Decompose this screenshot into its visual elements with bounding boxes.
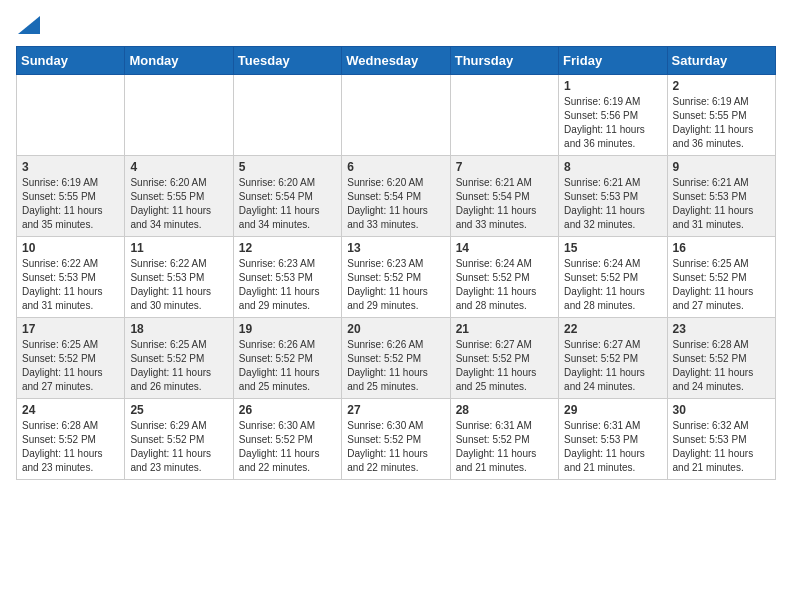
calendar-day-28: 28Sunrise: 6:31 AMSunset: 5:52 PMDayligh… (450, 399, 558, 480)
day-number: 20 (347, 322, 444, 336)
calendar-day-30: 30Sunrise: 6:32 AMSunset: 5:53 PMDayligh… (667, 399, 775, 480)
day-number: 27 (347, 403, 444, 417)
day-number: 21 (456, 322, 553, 336)
day-number: 2 (673, 79, 770, 93)
day-info: Sunrise: 6:27 AMSunset: 5:52 PMDaylight:… (564, 338, 661, 394)
header (16, 16, 776, 34)
calendar-day-9: 9Sunrise: 6:21 AMSunset: 5:53 PMDaylight… (667, 156, 775, 237)
day-info: Sunrise: 6:29 AMSunset: 5:52 PMDaylight:… (130, 419, 227, 475)
day-info: Sunrise: 6:26 AMSunset: 5:52 PMDaylight:… (239, 338, 336, 394)
day-number: 1 (564, 79, 661, 93)
calendar-day-26: 26Sunrise: 6:30 AMSunset: 5:52 PMDayligh… (233, 399, 341, 480)
day-info: Sunrise: 6:32 AMSunset: 5:53 PMDaylight:… (673, 419, 770, 475)
calendar-day-6: 6Sunrise: 6:20 AMSunset: 5:54 PMDaylight… (342, 156, 450, 237)
calendar-empty-cell (17, 75, 125, 156)
svg-marker-0 (18, 16, 40, 34)
day-info: Sunrise: 6:31 AMSunset: 5:52 PMDaylight:… (456, 419, 553, 475)
calendar-week-row: 3Sunrise: 6:19 AMSunset: 5:55 PMDaylight… (17, 156, 776, 237)
weekday-header-row: SundayMondayTuesdayWednesdayThursdayFrid… (17, 47, 776, 75)
day-number: 6 (347, 160, 444, 174)
day-number: 12 (239, 241, 336, 255)
calendar-day-11: 11Sunrise: 6:22 AMSunset: 5:53 PMDayligh… (125, 237, 233, 318)
day-number: 26 (239, 403, 336, 417)
calendar-day-19: 19Sunrise: 6:26 AMSunset: 5:52 PMDayligh… (233, 318, 341, 399)
calendar-day-7: 7Sunrise: 6:21 AMSunset: 5:54 PMDaylight… (450, 156, 558, 237)
calendar-day-29: 29Sunrise: 6:31 AMSunset: 5:53 PMDayligh… (559, 399, 667, 480)
day-info: Sunrise: 6:24 AMSunset: 5:52 PMDaylight:… (456, 257, 553, 313)
day-info: Sunrise: 6:19 AMSunset: 5:55 PMDaylight:… (22, 176, 119, 232)
calendar-day-25: 25Sunrise: 6:29 AMSunset: 5:52 PMDayligh… (125, 399, 233, 480)
day-info: Sunrise: 6:21 AMSunset: 5:53 PMDaylight:… (564, 176, 661, 232)
day-info: Sunrise: 6:25 AMSunset: 5:52 PMDaylight:… (673, 257, 770, 313)
calendar-day-21: 21Sunrise: 6:27 AMSunset: 5:52 PMDayligh… (450, 318, 558, 399)
calendar-day-14: 14Sunrise: 6:24 AMSunset: 5:52 PMDayligh… (450, 237, 558, 318)
calendar-day-17: 17Sunrise: 6:25 AMSunset: 5:52 PMDayligh… (17, 318, 125, 399)
calendar-day-4: 4Sunrise: 6:20 AMSunset: 5:55 PMDaylight… (125, 156, 233, 237)
logo (16, 16, 40, 34)
day-info: Sunrise: 6:26 AMSunset: 5:52 PMDaylight:… (347, 338, 444, 394)
day-info: Sunrise: 6:23 AMSunset: 5:52 PMDaylight:… (347, 257, 444, 313)
day-number: 17 (22, 322, 119, 336)
day-info: Sunrise: 6:30 AMSunset: 5:52 PMDaylight:… (239, 419, 336, 475)
day-number: 9 (673, 160, 770, 174)
weekday-header-thursday: Thursday (450, 47, 558, 75)
calendar-empty-cell (233, 75, 341, 156)
weekday-header-tuesday: Tuesday (233, 47, 341, 75)
day-info: Sunrise: 6:19 AMSunset: 5:55 PMDaylight:… (673, 95, 770, 151)
day-info: Sunrise: 6:30 AMSunset: 5:52 PMDaylight:… (347, 419, 444, 475)
calendar-day-27: 27Sunrise: 6:30 AMSunset: 5:52 PMDayligh… (342, 399, 450, 480)
calendar-day-1: 1Sunrise: 6:19 AMSunset: 5:56 PMDaylight… (559, 75, 667, 156)
page: SundayMondayTuesdayWednesdayThursdayFrid… (0, 0, 792, 496)
calendar-week-row: 10Sunrise: 6:22 AMSunset: 5:53 PMDayligh… (17, 237, 776, 318)
day-info: Sunrise: 6:25 AMSunset: 5:52 PMDaylight:… (130, 338, 227, 394)
calendar-empty-cell (450, 75, 558, 156)
day-info: Sunrise: 6:31 AMSunset: 5:53 PMDaylight:… (564, 419, 661, 475)
calendar-day-23: 23Sunrise: 6:28 AMSunset: 5:52 PMDayligh… (667, 318, 775, 399)
day-info: Sunrise: 6:22 AMSunset: 5:53 PMDaylight:… (22, 257, 119, 313)
calendar-week-row: 24Sunrise: 6:28 AMSunset: 5:52 PMDayligh… (17, 399, 776, 480)
day-info: Sunrise: 6:21 AMSunset: 5:54 PMDaylight:… (456, 176, 553, 232)
day-number: 16 (673, 241, 770, 255)
day-number: 24 (22, 403, 119, 417)
calendar-day-10: 10Sunrise: 6:22 AMSunset: 5:53 PMDayligh… (17, 237, 125, 318)
calendar-empty-cell (125, 75, 233, 156)
day-info: Sunrise: 6:24 AMSunset: 5:52 PMDaylight:… (564, 257, 661, 313)
weekday-header-wednesday: Wednesday (342, 47, 450, 75)
weekday-header-friday: Friday (559, 47, 667, 75)
calendar-empty-cell (342, 75, 450, 156)
day-number: 18 (130, 322, 227, 336)
day-info: Sunrise: 6:22 AMSunset: 5:53 PMDaylight:… (130, 257, 227, 313)
calendar-week-row: 1Sunrise: 6:19 AMSunset: 5:56 PMDaylight… (17, 75, 776, 156)
day-info: Sunrise: 6:25 AMSunset: 5:52 PMDaylight:… (22, 338, 119, 394)
calendar-day-2: 2Sunrise: 6:19 AMSunset: 5:55 PMDaylight… (667, 75, 775, 156)
day-number: 3 (22, 160, 119, 174)
day-number: 8 (564, 160, 661, 174)
day-number: 28 (456, 403, 553, 417)
calendar-day-16: 16Sunrise: 6:25 AMSunset: 5:52 PMDayligh… (667, 237, 775, 318)
calendar-day-20: 20Sunrise: 6:26 AMSunset: 5:52 PMDayligh… (342, 318, 450, 399)
calendar-day-12: 12Sunrise: 6:23 AMSunset: 5:53 PMDayligh… (233, 237, 341, 318)
day-number: 4 (130, 160, 227, 174)
calendar-table: SundayMondayTuesdayWednesdayThursdayFrid… (16, 46, 776, 480)
day-number: 29 (564, 403, 661, 417)
day-number: 5 (239, 160, 336, 174)
calendar-day-8: 8Sunrise: 6:21 AMSunset: 5:53 PMDaylight… (559, 156, 667, 237)
day-number: 19 (239, 322, 336, 336)
calendar-day-18: 18Sunrise: 6:25 AMSunset: 5:52 PMDayligh… (125, 318, 233, 399)
day-number: 11 (130, 241, 227, 255)
day-info: Sunrise: 6:27 AMSunset: 5:52 PMDaylight:… (456, 338, 553, 394)
day-number: 15 (564, 241, 661, 255)
day-info: Sunrise: 6:21 AMSunset: 5:53 PMDaylight:… (673, 176, 770, 232)
calendar-day-13: 13Sunrise: 6:23 AMSunset: 5:52 PMDayligh… (342, 237, 450, 318)
calendar-day-3: 3Sunrise: 6:19 AMSunset: 5:55 PMDaylight… (17, 156, 125, 237)
day-number: 7 (456, 160, 553, 174)
day-number: 10 (22, 241, 119, 255)
weekday-header-sunday: Sunday (17, 47, 125, 75)
day-number: 30 (673, 403, 770, 417)
weekday-header-saturday: Saturday (667, 47, 775, 75)
day-number: 14 (456, 241, 553, 255)
weekday-header-monday: Monday (125, 47, 233, 75)
calendar-day-24: 24Sunrise: 6:28 AMSunset: 5:52 PMDayligh… (17, 399, 125, 480)
day-info: Sunrise: 6:19 AMSunset: 5:56 PMDaylight:… (564, 95, 661, 151)
day-info: Sunrise: 6:28 AMSunset: 5:52 PMDaylight:… (22, 419, 119, 475)
